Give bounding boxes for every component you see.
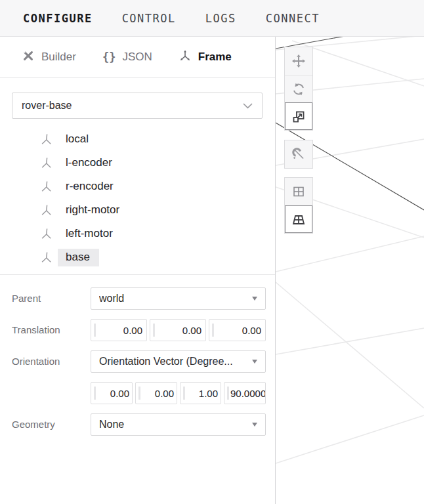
frame-tree-item-label: right-motor (66, 203, 119, 217)
geometry-label: Geometry (12, 413, 91, 436)
orientation-z-input[interactable]: 1.00 (180, 382, 221, 404)
grid-perspective-button[interactable] (285, 205, 312, 233)
app-window: CONFIGURE CONTROL LOGS CONNECT Builder {… (0, 0, 424, 504)
orientation-y-input[interactable]: 0.00 (135, 382, 177, 404)
axis-accent-bar (153, 324, 155, 337)
axis-accent-bar (183, 387, 185, 400)
select-arrow-icon (252, 423, 257, 427)
snap-toolbar (284, 140, 313, 169)
nav-tab-connect[interactable]: CONNECT (266, 12, 320, 25)
transform-toolbar (284, 47, 313, 131)
translation-y-input[interactable]: 0.00 (150, 319, 206, 341)
frame-axes-icon (39, 132, 54, 146)
viewport-canvas[interactable] (276, 37, 424, 504)
tab-json-label: JSON (122, 51, 152, 64)
grid-icon (291, 184, 306, 199)
geometry-select-value: None (99, 419, 248, 430)
axis-accent-bar (94, 387, 96, 400)
frame-tree-item-left-motor[interactable]: left-motor (0, 222, 275, 245)
frame-axes-icon (39, 156, 54, 170)
geometry-select[interactable]: None (91, 413, 266, 436)
select-arrow-icon (252, 297, 257, 301)
nav-tab-configure[interactable]: CONFIGURE (23, 12, 93, 25)
frame-tree-item-base[interactable]: base (0, 245, 275, 269)
translation-z-input[interactable]: 0.00 (209, 319, 266, 341)
config-subnav: Builder {} JSON (0, 37, 275, 78)
chevron-down-icon (243, 100, 253, 112)
frame-tree-item-label: r-encoder (66, 180, 114, 193)
section-divider (0, 274, 275, 275)
frame-tree-item-right-motor[interactable]: right-motor (0, 198, 275, 222)
geometry-row: Geometry None (12, 413, 266, 436)
orientation-values-row: 0.00 0.00 1.00 90.0000 (12, 382, 266, 404)
frame-tree-item-local[interactable]: local (0, 127, 275, 151)
tab-frame[interactable]: Frame (179, 49, 232, 66)
curly-braces-icon: {} (102, 51, 116, 64)
parent-label: Parent (12, 287, 91, 310)
nav-tab-logs[interactable]: LOGS (205, 12, 236, 25)
parent-select[interactable]: world (91, 287, 266, 310)
axis-accent-bar (138, 387, 140, 400)
frame-axes-icon (179, 49, 192, 66)
tab-builder[interactable]: Builder (22, 49, 76, 66)
translation-label: Translation (12, 319, 91, 341)
orientation-theta-input[interactable]: 90.0000 (224, 382, 266, 404)
frame-tree-item-label: local (66, 133, 89, 146)
frame-axes-icon (39, 203, 54, 217)
frame-axes-icon (39, 179, 54, 194)
grid-flat-button[interactable] (285, 178, 312, 205)
orientation-label: Orientation (12, 350, 91, 373)
parent-select-value: world (99, 293, 248, 304)
scale-tool-button[interactable] (285, 102, 312, 130)
axis-accent-bar (212, 324, 214, 337)
orientation-x-input[interactable]: 0.00 (91, 382, 133, 404)
move-arrows-icon (291, 54, 306, 68)
orientation-type-value: Orientation Vector (Degree... (99, 356, 248, 368)
orientation-row: Orientation Orientation Vector (Degree..… (12, 350, 266, 373)
snap-toggle-button[interactable] (285, 140, 312, 168)
nav-tab-control[interactable]: CONTROL (122, 12, 176, 25)
frame-tree-item-label: l-encoder (66, 156, 112, 169)
component-select[interactable]: rover-base (12, 93, 263, 119)
frame-axes-icon (39, 226, 54, 241)
parent-row: Parent world (12, 287, 266, 310)
tab-builder-label: Builder (41, 51, 76, 64)
axis-accent-bar (94, 324, 96, 337)
translation-x-input[interactable]: 0.00 (91, 319, 147, 341)
rotate-arrows-icon (291, 82, 306, 96)
frame-tree-item-r-encoder[interactable]: r-encoder (0, 175, 275, 198)
orientation-type-select[interactable]: Orientation Vector (Degree... (91, 350, 266, 373)
select-arrow-icon (252, 360, 257, 364)
axis-accent-bar (227, 387, 229, 400)
frame-config-panel: Builder {} JSON (0, 37, 276, 504)
frame-axes-icon (39, 250, 54, 264)
top-nav: CONFIGURE CONTROL LOGS CONNECT (0, 0, 424, 37)
frame-tree-item-l-encoder[interactable]: l-encoder (0, 151, 275, 175)
translation-row: Translation 0.00 0.00 0.00 (12, 319, 266, 341)
rotate-tool-button[interactable] (285, 75, 312, 102)
frame-tree: local l-encoder r-encoder right-motor le… (0, 127, 275, 269)
tab-frame-label: Frame (198, 51, 232, 64)
scale-boxes-icon (291, 110, 306, 124)
component-select-value: rover-base (22, 100, 72, 112)
crossed-tools-icon (22, 49, 35, 66)
frame-tree-item-label: base (58, 249, 99, 266)
tab-json[interactable]: {} JSON (102, 51, 152, 64)
magnet-off-icon (291, 147, 306, 161)
translate-tool-button[interactable] (285, 47, 312, 75)
grid-toolbar (284, 177, 313, 234)
frame-tree-item-label: left-motor (66, 227, 113, 240)
grid-perspective-icon (291, 213, 306, 227)
